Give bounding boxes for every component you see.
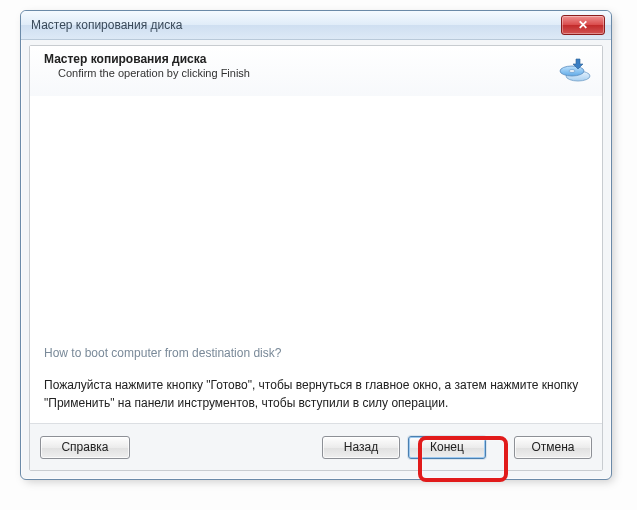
dialog-window: Мастер копирования диска ✕ Мастер копиро… — [20, 10, 612, 480]
titlebar[interactable]: Мастер копирования диска ✕ — [21, 11, 611, 40]
back-button[interactable]: Назад — [322, 436, 400, 459]
cancel-button[interactable]: Отмена — [514, 436, 592, 459]
finish-button[interactable]: Конец — [408, 436, 486, 459]
window-title: Мастер копирования диска — [31, 18, 561, 32]
boot-hint-link[interactable]: How to boot computer from destination di… — [44, 346, 281, 360]
wizard-subtitle: Confirm the operation by clicking Finish — [58, 67, 546, 79]
dialog-body: Мастер копирования диска Confirm the ope… — [29, 45, 603, 471]
disk-copy-icon — [558, 54, 592, 84]
wizard-header: Мастер копирования диска Confirm the ope… — [30, 46, 602, 103]
help-button[interactable]: Справка — [40, 436, 130, 459]
svg-point-2 — [569, 70, 575, 73]
wizard-title: Мастер копирования диска — [44, 52, 546, 66]
close-icon: ✕ — [578, 19, 588, 31]
wizard-content: How to boot computer from destination di… — [30, 96, 602, 424]
button-bar: Справка Назад Конец Отмена — [30, 423, 602, 470]
close-button[interactable]: ✕ — [561, 15, 605, 35]
instruction-text: Пожалуйста нажмите кнопку "Готово", чтоб… — [44, 377, 588, 412]
